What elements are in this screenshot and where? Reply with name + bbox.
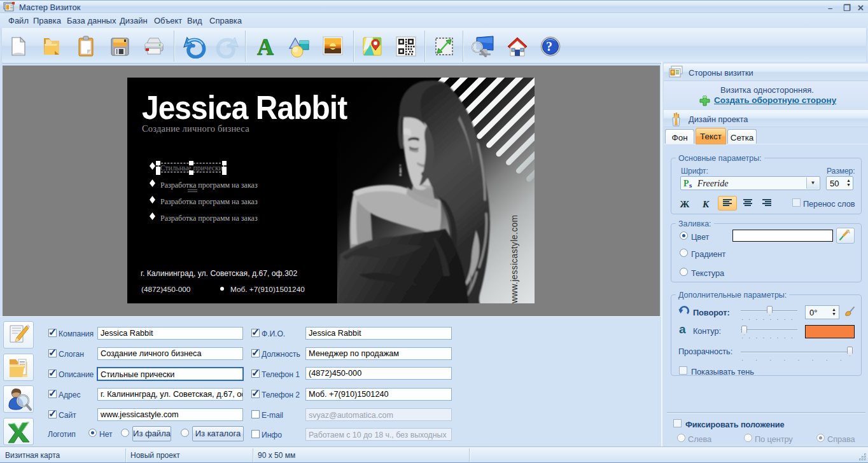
svg-text:P: P [683, 179, 689, 188]
svg-text:a: a [679, 324, 686, 335]
svg-text:?: ? [546, 39, 552, 53]
svg-text:s: s [689, 181, 692, 188]
svg-text:A: A [257, 36, 274, 59]
svg-text:www.jessicastyle.com: www.jessicastyle.com [510, 215, 519, 303]
